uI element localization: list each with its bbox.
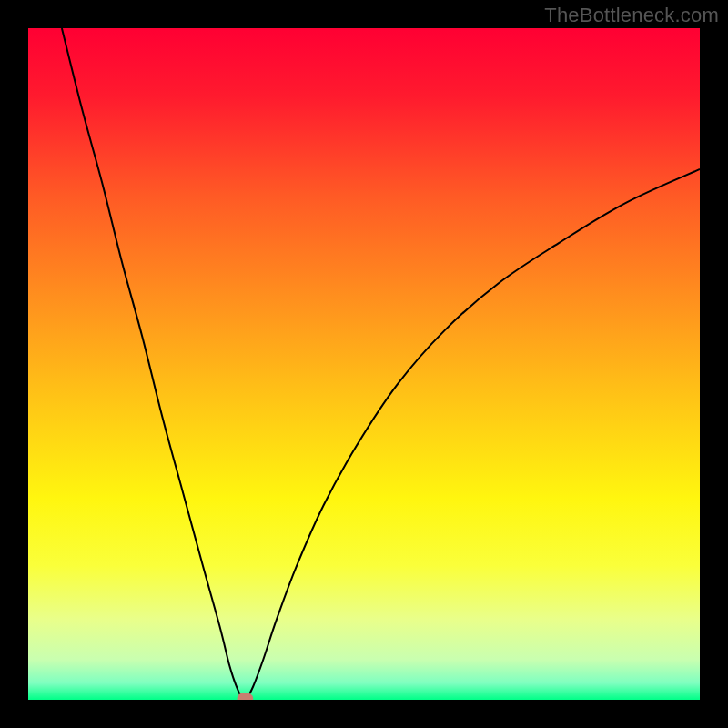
bottleneck-chart — [28, 28, 700, 700]
watermark-text: TheBottleneck.com — [544, 4, 719, 27]
plot-area — [28, 28, 700, 700]
gradient-background — [28, 28, 700, 700]
chart-frame: TheBottleneck.com — [0, 0, 728, 728]
